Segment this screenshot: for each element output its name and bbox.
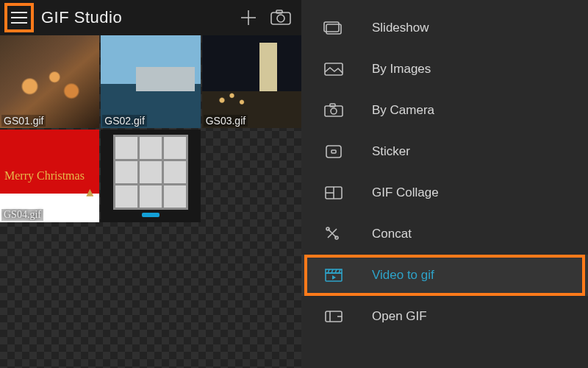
handle-icon — [142, 213, 159, 217]
menu-item-opengif[interactable]: Open GIF — [301, 296, 588, 337]
camera-button[interactable] — [265, 1, 297, 34]
open-icon — [323, 308, 344, 325]
hamburger-button[interactable] — [4, 3, 34, 32]
add-button[interactable] — [232, 1, 265, 34]
images-icon — [323, 61, 344, 77]
concat-icon — [323, 226, 344, 242]
svg-point-3 — [277, 15, 284, 22]
thumbnail-filename: GS04.gif — [1, 209, 43, 221]
create-menu-panel: Slideshow By Images By Camera Sticker GI… — [301, 0, 588, 368]
thumbnail[interactable]: GS03.gif — [202, 35, 301, 128]
menu-label: GIF Collage — [372, 185, 439, 200]
menu-item-byimages[interactable]: By Images — [301, 49, 588, 90]
thumbnail-filename: GS03.gif — [204, 115, 248, 127]
camera-icon — [270, 10, 292, 26]
menu-label: Sticker — [372, 144, 410, 159]
collage-icon — [323, 185, 344, 201]
thumbnail[interactable]: GS02.gif — [101, 35, 200, 128]
top-bar: GIF Studio — [0, 0, 301, 35]
svg-rect-8 — [325, 106, 343, 116]
thumbnail-filename: GS02.gif — [102, 115, 146, 127]
svg-rect-12 — [331, 150, 336, 153]
menu-label: Video to gif — [372, 268, 434, 283]
camera-icon — [323, 102, 344, 118]
menu-label: By Camera — [372, 103, 434, 118]
svg-rect-4 — [276, 10, 282, 13]
menu-item-sticker[interactable]: Sticker — [301, 131, 588, 172]
menu-label: Concat — [372, 227, 412, 241]
menu-item-slideshow[interactable]: Slideshow — [301, 7, 588, 49]
slideshow-icon — [323, 20, 344, 36]
thumbnail[interactable] — [101, 130, 200, 222]
menu-item-concat[interactable]: Concat — [301, 213, 588, 255]
thumbnail[interactable]: Merry ChristmasGS04.gif — [0, 130, 99, 222]
sticker-icon — [323, 144, 344, 160]
svg-marker-24 — [332, 275, 336, 280]
svg-rect-10 — [330, 104, 335, 107]
menu-label: By Images — [372, 62, 431, 77]
collage-preview-icon — [113, 135, 188, 210]
menu-label: Open GIF — [372, 309, 427, 324]
thumbnail-grid: GS01.gif GS02.gif GS03.gif Merry Christm… — [0, 35, 301, 368]
svg-rect-11 — [326, 146, 341, 158]
thumbnail-overlay-text: Merry Christmas — [4, 169, 85, 183]
thumbnail[interactable]: GS01.gif — [0, 35, 99, 128]
menu-label: Slideshow — [372, 21, 429, 35]
menu-item-videotogif[interactable]: Video to gif — [301, 255, 588, 296]
svg-point-9 — [331, 108, 337, 114]
gallery-pane: GIF Studio GS01.gif GS02.gif GS03.gif Me… — [0, 0, 301, 368]
highlight-annotation — [304, 255, 585, 296]
menu-item-gifcollage[interactable]: GIF Collage — [301, 172, 588, 213]
clapper-icon — [323, 267, 344, 283]
plus-icon — [239, 8, 258, 27]
hamburger-icon — [11, 12, 27, 24]
thumbnail-filename: GS01.gif — [1, 115, 46, 127]
app-title: GIF Studio — [41, 8, 232, 27]
menu-item-bycamera[interactable]: By Camera — [301, 90, 588, 131]
